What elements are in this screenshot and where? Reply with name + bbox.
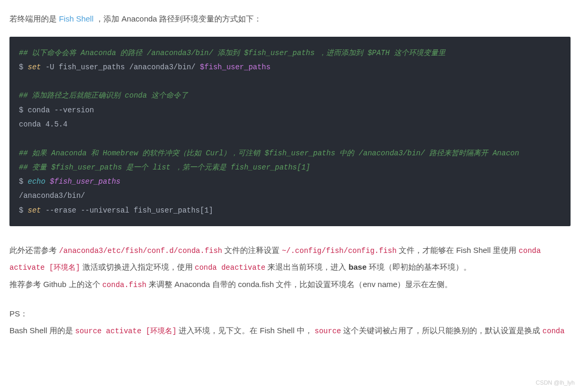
text: 进入环境，见下文。在 Fish Shell 中， bbox=[177, 326, 315, 335]
code-content: ## 以下命令会将 Anaconda 的路径 /anaconda3/bin/ 添… bbox=[19, 46, 561, 218]
text: 文件的注释设置 bbox=[222, 246, 282, 255]
code-set-keyword: set bbox=[28, 206, 41, 215]
code-variable: $fish_user_paths bbox=[50, 177, 120, 186]
content-section: 此外还需参考 /anaconda3/etc/fish/conf.d/conda.… bbox=[9, 242, 571, 339]
paragraph-4: Bash Shell 用的是 source activate [环境名] 进入环… bbox=[9, 322, 571, 339]
bold-base: base bbox=[349, 262, 367, 271]
code-prompt: $ bbox=[19, 206, 28, 215]
inline-code-source-activate: source activate [环境名] bbox=[75, 327, 177, 335]
code-output: /anaconda3/bin/ bbox=[19, 192, 85, 200]
text: Bash Shell 用的是 bbox=[9, 326, 75, 335]
text: 这个关键词被占用了，所以只能换别的，默认设置是换成 bbox=[341, 326, 542, 335]
code-set-keyword: set bbox=[28, 63, 41, 71]
code-command: conda --version bbox=[28, 106, 94, 114]
inline-code-conda-keyword: conda bbox=[543, 327, 565, 335]
code-comment-1: ## 以下命令会将 Anaconda 的路径 /anaconda3/bin/ 添… bbox=[19, 49, 446, 57]
code-variable: $fish_user_paths bbox=[200, 63, 270, 71]
paragraph-1: 此外还需参考 /anaconda3/etc/fish/conf.d/conda.… bbox=[9, 242, 571, 276]
code-prompt: $ bbox=[19, 106, 28, 114]
code-space bbox=[45, 177, 49, 186]
text: 推荐参考 Github 上的这个 bbox=[9, 280, 102, 289]
code-comment-4: ## 变量 $fish_user_paths 是一个 list ，第一个元素是 … bbox=[19, 163, 310, 172]
code-comment-3: ## 如果 Anaconda 和 Homebrew 的软件冲突（比如 Curl）… bbox=[19, 149, 519, 157]
code-comment-2: ## 添加路径之后就能正确识别 conda 这个命令了 bbox=[19, 91, 188, 100]
code-prompt: $ bbox=[19, 63, 28, 71]
code-args: -U fish_user_paths /anaconda3/bin/ bbox=[41, 63, 200, 71]
code-prompt: $ bbox=[19, 177, 28, 186]
text: 激活或切换进入指定环境，使用 bbox=[80, 262, 194, 271]
text: 此外还需参考 bbox=[9, 246, 59, 255]
intro-paragraph: 若终端用的是 Fish Shell ，添加 Anaconda 路径到环境变量的方… bbox=[9, 10, 571, 27]
code-echo-keyword: echo bbox=[28, 177, 46, 186]
inline-code-conda-fish-link: conda.fish bbox=[102, 281, 147, 289]
inline-code-config-fish-path: ~/.config/fish/config.fish bbox=[282, 247, 396, 255]
paragraph-spacer bbox=[9, 293, 571, 305]
text: 来退出当前环境，进入 bbox=[265, 262, 348, 271]
paragraph-ps: PS： bbox=[9, 305, 571, 322]
code-scroll-area[interactable]: ## 以下命令会将 Anaconda 的路径 /anaconda3/bin/ 添… bbox=[9, 46, 571, 223]
code-block: ## 以下命令会将 Anaconda 的路径 /anaconda3/bin/ 添… bbox=[9, 37, 571, 227]
intro-text-post: ，添加 Anaconda 路径到环境变量的方式如下： bbox=[94, 14, 262, 23]
fish-shell-link[interactable]: Fish Shell bbox=[59, 14, 94, 23]
paragraph-2: 推荐参考 Github 上的这个 conda.fish 来调整 Anaconda… bbox=[9, 276, 571, 293]
text: 环境（即初始的基本环境）。 bbox=[367, 262, 471, 271]
text: 来调整 Anaconda 自带的 conda.fish 文件，比如设置环境名（e… bbox=[147, 280, 453, 289]
inline-code-source: source bbox=[315, 327, 341, 335]
text: 文件，才能够在 Fish Shell 里使用 bbox=[397, 246, 519, 255]
intro-text-pre: 若终端用的是 bbox=[9, 14, 59, 23]
text-ps: PS： bbox=[9, 309, 28, 318]
fish-shell-link-text: Fish Shell bbox=[59, 14, 94, 23]
code-output: conda 4.5.4 bbox=[19, 120, 67, 129]
code-args: --erase --universal fish_user_paths[1] bbox=[41, 206, 213, 215]
inline-code-conda-deactivate: conda deactivate bbox=[195, 263, 265, 272]
inline-code-conda-fish-path: /anaconda3/etc/fish/conf.d/conda.fish bbox=[59, 247, 222, 255]
